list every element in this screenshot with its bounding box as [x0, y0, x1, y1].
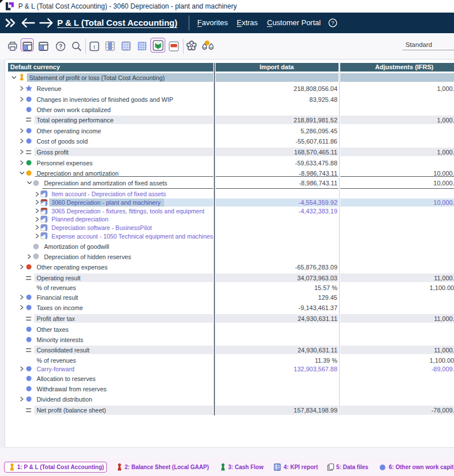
svg-text:?: ?	[59, 43, 62, 50]
svg-text:t: t	[93, 43, 95, 50]
svg-text:?: ?	[331, 19, 334, 26]
